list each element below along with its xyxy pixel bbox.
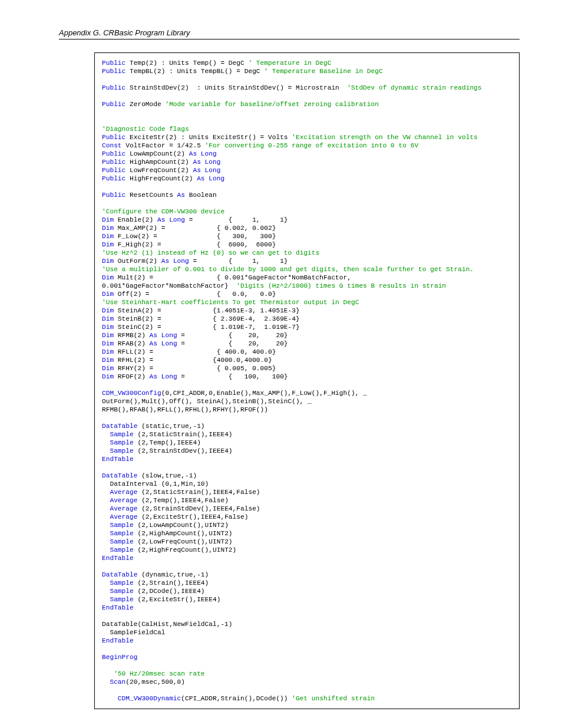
- code-text: (2,Temp(),IEEE4,False): [137, 497, 228, 504]
- kw: Public: [102, 167, 125, 174]
- kw: Const: [102, 142, 122, 149]
- code-text: (2,DCode(),IEEE4): [134, 588, 205, 595]
- fn: Sample: [102, 447, 134, 454]
- fn: Average: [102, 497, 137, 504]
- fn: CDM_VW300Dynamic: [102, 695, 181, 702]
- code-text: 0.001*GageFactor*NomBatchFactor}: [102, 282, 236, 289]
- code-text: HighAmpCount(2): [125, 159, 193, 166]
- code-text: (slow,true,-1): [137, 472, 197, 479]
- code-text: LowFreqCount(2): [125, 167, 193, 174]
- fn: EndTable: [102, 604, 134, 611]
- comment: 'Get unshifted strain: [292, 695, 375, 702]
- code-text: = { 100, 100}: [177, 373, 288, 380]
- fn: Average: [102, 513, 137, 521]
- kw: Dim: [102, 225, 114, 232]
- code-text: (0,CPI_ADDR,0,Enable(),Max_AMP(),F_Low()…: [161, 390, 367, 397]
- kw: As Long: [189, 150, 217, 157]
- fn: DataTable: [102, 472, 137, 479]
- code-text: OutForm(2): [114, 258, 161, 265]
- code-text: (dynamic,true,-1): [137, 571, 209, 578]
- code-text: RFOF(2): [114, 373, 149, 380]
- code-text: (2,StrainStdDev(),IEEE4,False): [137, 505, 260, 512]
- code-text: ExciteStr(2) : Units ExciteStr() = Volts: [125, 134, 292, 141]
- fn: Sample: [102, 588, 134, 595]
- code-text: StrainStdDev(2) : Units StrainStdDev() =…: [125, 84, 347, 91]
- code-text: = { 1, 1}: [185, 216, 288, 223]
- comment: 'StdDev of dynamic strain readings: [347, 84, 481, 91]
- fn: EndTable: [102, 456, 134, 463]
- fn: Sample: [102, 538, 134, 545]
- kw: Dim: [102, 348, 114, 355]
- code-text: SteinC(2) = { 1.019E-7, 1.019E-7}: [114, 324, 300, 331]
- kw: Dim: [102, 332, 114, 339]
- kw: Dim: [102, 373, 114, 380]
- comment: '50 Hz/20msec scan rate: [102, 670, 205, 677]
- comment: ' Temperature Baseline in DegC: [264, 68, 382, 75]
- kw: As: [177, 192, 185, 199]
- code-text: (static,true,-1): [137, 423, 204, 430]
- kw: Public: [102, 84, 125, 91]
- code-text: Temp(2) : Units Temp() = DegC: [125, 60, 248, 67]
- comment: 'For converting 0-255 range of excitatio…: [205, 142, 419, 149]
- fn: Sample: [102, 431, 134, 438]
- code-text: = { 1, 1}: [189, 258, 288, 265]
- code-text: LowAmpCount(2): [125, 150, 189, 157]
- fn: Average: [102, 505, 137, 512]
- kw: Dim: [102, 274, 114, 281]
- fn: BeginProg: [102, 654, 137, 661]
- kw: As Long: [150, 340, 177, 347]
- code-text: HighFreqCount(2): [125, 175, 197, 182]
- kw: Public: [102, 101, 125, 108]
- kw: As Long: [193, 167, 220, 174]
- code-text: F_Low(2) = { 300, 300}: [114, 233, 276, 240]
- code-text: (2,HighAmpCount(),UINT2): [134, 530, 233, 537]
- code-text: DataTable(CalHist,NewFieldCal,-1): [102, 621, 233, 628]
- code-text: Off(2) = { 0.0, 0.0}: [114, 291, 276, 298]
- code-text: (2,StaticStrain(),IEEE4): [134, 431, 233, 438]
- kw: As Long: [150, 332, 177, 339]
- code-text: RFHL(2) = {4000.0,4000.0}: [114, 357, 272, 364]
- kw: Dim: [102, 216, 114, 223]
- fn: DataTable: [102, 423, 137, 430]
- code-text: (2,ExciteStr(),IEEE4): [134, 596, 221, 603]
- page-header: Appendix G. CRBasic Program Library: [59, 28, 520, 39]
- code-text: = { 20, 20}: [177, 332, 288, 339]
- code-text: SteinB(2) = { 2.369E-4, 2.369E-4}: [114, 315, 300, 322]
- code-text: ZeroMode: [125, 101, 165, 108]
- code-text: RFLL(2) = { 400.0, 400.0}: [114, 348, 276, 355]
- code-text: (2,LowAmpCount(),UINT2): [134, 522, 229, 529]
- kw: As Long: [197, 175, 224, 182]
- code-text: RFHY(2) = { 0.005, 0.005}: [114, 365, 276, 372]
- code-text: (2,Strain(),IEEE4): [134, 579, 209, 587]
- code-text: = { 20, 20}: [177, 340, 288, 347]
- kw: As Long: [193, 159, 220, 166]
- kw: Dim: [102, 340, 114, 347]
- comment: 'Configure the CDM-VW300 device: [102, 208, 224, 215]
- page: Appendix G. CRBasic Program Library Publ…: [0, 0, 562, 728]
- kw: Dim: [102, 233, 114, 240]
- code-text: TempBL(2) : Units TempBL() = DegC: [125, 68, 264, 75]
- comment: 'Use Hz^2 (1) instead of Hz (0) so we ca…: [102, 249, 319, 256]
- comment: ' Temperature in DegC: [248, 60, 331, 67]
- comment: 'Use a multiplier of 0.001 to divide by …: [102, 266, 474, 273]
- code-text: (2,StaticStrain(),IEEE4,False): [137, 489, 260, 496]
- kw: Public: [102, 150, 125, 157]
- code-text: (20,msec,500,0): [125, 678, 185, 686]
- code-text: VoltFactor = 1/42.5: [122, 142, 205, 149]
- fn: Sample: [102, 439, 134, 446]
- fn: Sample: [102, 546, 134, 554]
- kw: Dim: [102, 324, 114, 331]
- kw: Public: [102, 175, 125, 182]
- kw: Dim: [102, 357, 114, 364]
- kw: Dim: [102, 365, 114, 372]
- kw: As Long: [161, 258, 189, 265]
- kw: Public: [102, 60, 125, 67]
- comment: 'Digits (Hz^2/1000) times G times B resu…: [236, 282, 446, 289]
- code-text: (CPI_ADDR,Strain(),DCode()): [181, 695, 292, 702]
- code-text: RFMB(2): [114, 332, 149, 339]
- kw: Public: [102, 192, 125, 199]
- kw: As Long: [150, 373, 177, 380]
- kw: Dim: [102, 307, 114, 314]
- kw: Public: [102, 159, 125, 166]
- code-text: Mult(2) = { 0.001*GageFactor*NomBatchFac…: [114, 274, 351, 281]
